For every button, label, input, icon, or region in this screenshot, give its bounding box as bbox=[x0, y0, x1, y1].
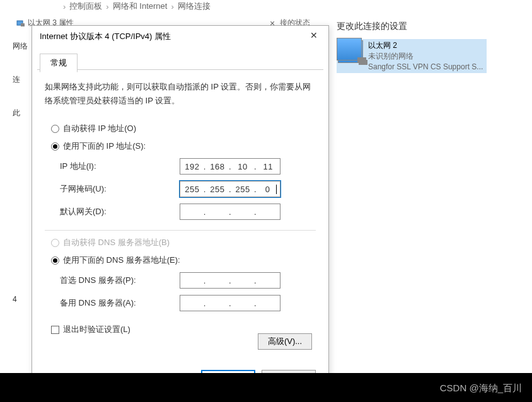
radio-manual-dns[interactable]: 使用下面的 DNS 服务器地址(E): bbox=[51, 255, 316, 266]
nic-icon bbox=[16, 19, 25, 28]
dialog-titlebar: Internet 协议版本 4 (TCP/IPv4) 属性 ✕ bbox=[32, 26, 328, 47]
breadcrumb: › 控制面板 › 网络和 Internet › 网络连接 bbox=[63, 0, 211, 13]
radio-label: 自动获得 DNS 服务器地址(B) bbox=[63, 237, 170, 248]
advanced-button[interactable]: 高级(V)... bbox=[258, 333, 312, 350]
breadcrumb-sep: › bbox=[171, 2, 173, 11]
radio-label: 使用下面的 IP 地址(S): bbox=[63, 141, 146, 152]
radio-icon[interactable] bbox=[51, 125, 59, 133]
radio-label: 使用下面的 DNS 服务器地址(E): bbox=[63, 255, 180, 266]
dns1-label: 首选 DNS 服务器(P): bbox=[60, 275, 180, 286]
radio-auto-ip[interactable]: 自动获得 IP 地址(O) bbox=[51, 123, 316, 134]
breadcrumb-sep: › bbox=[63, 2, 66, 11]
ipv4-properties-dialog: Internet 协议版本 4 (TCP/IPv4) 属性 ✕ 常规 如果网络支… bbox=[32, 25, 329, 399]
svg-rect-1 bbox=[21, 23, 25, 26]
radio-icon bbox=[51, 239, 59, 247]
bg-left-pane: 网络 连 此 4 bbox=[13, 41, 29, 306]
tab-general[interactable]: 常规 bbox=[40, 54, 78, 72]
radio-icon[interactable] bbox=[51, 256, 59, 265]
close-icon[interactable]: ✕ bbox=[304, 30, 323, 43]
dialog-description: 如果网络支持此功能，则可以获取自动指派的 IP 设置。否则，你需要从网络系统管理… bbox=[45, 80, 316, 108]
radio-auto-dns: 自动获得 DNS 服务器地址(B) bbox=[51, 237, 316, 248]
dns1-input[interactable]: . . . bbox=[180, 272, 280, 289]
adapter-icon bbox=[337, 38, 362, 60]
tab-strip: 常规 bbox=[37, 51, 323, 70]
adapter-desc: Sangfor SSL VPN CS Support S... bbox=[368, 62, 483, 72]
dialog-title: Internet 协议版本 4 (TCP/IPv4) 属性 bbox=[40, 31, 171, 42]
checkbox-label: 退出时验证设置(L) bbox=[63, 324, 130, 335]
breadcrumb-sep: › bbox=[106, 2, 108, 11]
ip-address-label: IP 地址(I): bbox=[60, 161, 180, 172]
radio-label: 自动获得 IP 地址(O) bbox=[63, 123, 136, 134]
radio-manual-ip[interactable]: 使用下面的 IP 地址(S): bbox=[51, 141, 316, 152]
adapter-other[interactable] bbox=[337, 38, 528, 60]
subnet-mask-label: 子网掩码(U): bbox=[60, 183, 180, 195]
breadcrumb-item3[interactable]: 网络连接 bbox=[178, 1, 211, 12]
subnet-mask-input[interactable]: 255. 255. 255. 0 bbox=[180, 181, 280, 197]
breadcrumb-item2[interactable]: 网络和 Internet bbox=[113, 1, 168, 12]
radio-icon[interactable] bbox=[51, 142, 59, 151]
gateway-label: 默认网关(D): bbox=[60, 206, 180, 217]
ip-address-input[interactable]: 192. 168. 10. 11 bbox=[180, 158, 280, 175]
breadcrumb-item1[interactable]: 控制面板 bbox=[69, 1, 102, 12]
dns2-label: 备用 DNS 服务器(A): bbox=[60, 297, 180, 309]
dns2-input[interactable]: . . . bbox=[180, 295, 280, 311]
watermark: CSDN @海纳_百川 bbox=[440, 382, 522, 394]
gateway-input[interactable]: . . . bbox=[180, 204, 280, 220]
checkbox-icon[interactable] bbox=[51, 326, 59, 334]
divider bbox=[45, 230, 316, 231]
change-settings-link[interactable]: 更改此连接的设置 bbox=[337, 21, 407, 32]
